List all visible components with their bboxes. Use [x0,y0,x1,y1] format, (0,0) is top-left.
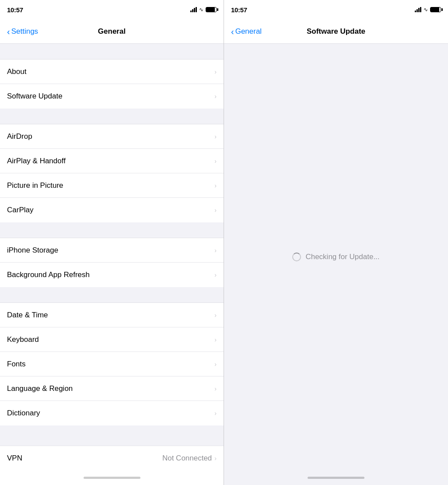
right-status-icons: ∿ [415,7,441,13]
general-back-button[interactable]: ‹ General [231,27,262,36]
vpn-right: Not Connected › [162,454,217,463]
vpn-chevron-icon: › [214,455,217,462]
date-time-label: Date & Time [7,311,48,320]
left-status-bar: 10:57 ∿ [0,0,224,19]
list-item-software-update[interactable]: Software Update › [0,84,224,109]
section-divider-2 [0,109,224,124]
picture-in-picture-label: Picture in Picture [7,181,63,190]
software-update-right: › [214,93,217,100]
back-chevron-icon: ‹ [7,27,10,36]
right-home-bar [308,477,364,479]
list-item-airdrop[interactable]: AirDrop › [0,124,224,149]
list-item-airplay-handoff[interactable]: AirPlay & Handoff › [0,149,224,173]
right-nav-bar: ‹ General Software Update [224,19,448,44]
language-region-chevron-icon: › [214,385,217,392]
list-item-language-region[interactable]: Language & Region › [0,376,224,401]
right-time: 10:57 [231,6,247,14]
fonts-label: Fonts [7,360,26,369]
signal-icon [190,7,197,12]
list-item-carplay[interactable]: CarPlay › [0,198,224,222]
left-nav-title: General [98,27,126,36]
checking-area: Checking for Update... [224,44,448,470]
keyboard-chevron-icon: › [214,336,217,343]
section-divider-top [0,44,224,60]
section-divider-4 [0,287,224,303]
left-home-indicator [0,470,224,485]
fonts-right: › [214,361,217,368]
right-signal-icon [415,7,421,12]
carplay-right: › [214,207,217,214]
bottom-spacer [0,425,224,434]
background-app-refresh-chevron-icon: › [214,271,217,278]
list-item-dictionary[interactable]: Dictionary › [0,401,224,425]
right-back-label: General [235,27,262,36]
left-nav-bar: ‹ Settings General [0,19,224,44]
airdrop-chevron-icon: › [214,133,217,140]
dictionary-chevron-icon: › [214,410,217,417]
spinner-icon [292,253,301,261]
vpn-value: Not Connected [162,454,212,463]
dictionary-right: › [214,410,217,417]
list-section-2: AirDrop › AirPlay & Handoff › Picture in… [0,124,224,222]
airdrop-right: › [214,133,217,140]
left-status-icons: ∿ [190,7,217,13]
airplay-handoff-label: AirPlay & Handoff [7,157,66,165]
list-section-4: Date & Time › Keyboard › Fonts › Languag… [0,303,224,425]
carplay-label: CarPlay [7,206,33,214]
about-chevron-icon: › [214,68,217,75]
airdrop-label: AirDrop [7,132,32,141]
picture-in-picture-chevron-icon: › [214,182,217,189]
keyboard-label: Keyboard [7,335,39,344]
left-home-bar [84,477,140,479]
software-update-chevron-icon: › [214,93,217,100]
list-item-date-time[interactable]: Date & Time › [0,303,224,327]
background-app-refresh-label: Background App Refresh [7,271,90,279]
section-divider-3 [0,222,224,238]
right-wifi-icon: ∿ [424,7,428,13]
list-item-about[interactable]: About › [0,60,224,84]
dictionary-label: Dictionary [7,409,40,418]
list-item-background-app-refresh[interactable]: Background App Refresh › [0,263,224,287]
right-home-indicator [224,470,448,485]
right-battery-icon [430,7,441,12]
about-label: About [7,67,26,76]
list-item-keyboard[interactable]: Keyboard › [0,327,224,352]
iphone-storage-right: › [214,247,217,254]
checking-text: Checking for Update... [305,253,379,261]
carplay-chevron-icon: › [214,207,217,214]
right-nav-title: Software Update [307,27,365,36]
back-label: Settings [11,27,38,36]
battery-icon [206,7,217,12]
vpn-row[interactable]: VPN Not Connected › [0,446,224,470]
iphone-storage-chevron-icon: › [214,247,217,254]
airplay-handoff-chevron-icon: › [214,158,217,165]
list-item-picture-in-picture[interactable]: Picture in Picture › [0,173,224,198]
list-section-3: iPhone Storage › Background App Refresh … [0,238,224,287]
left-panel: 10:57 ∿ ‹ Settings General A [0,0,224,485]
vpn-label: VPN [7,454,22,463]
left-scroll-content: About › Software Update › AirDrop › [0,44,224,446]
settings-back-button[interactable]: ‹ Settings [7,27,38,36]
list-item-iphone-storage[interactable]: iPhone Storage › [0,238,224,263]
picture-in-picture-right: › [214,182,217,189]
date-time-right: › [214,312,217,319]
language-region-label: Language & Region [7,384,73,393]
right-panel: 10:57 ∿ ‹ General Software Update Checki… [224,0,448,485]
right-status-bar: 10:57 ∿ [224,0,448,19]
about-right: › [214,68,217,75]
software-update-label: Software Update [7,92,63,101]
wifi-icon: ∿ [199,7,203,13]
background-app-refresh-right: › [214,271,217,278]
airplay-handoff-right: › [214,158,217,165]
date-time-chevron-icon: › [214,312,217,319]
list-section-1: About › Software Update › [0,60,224,109]
language-region-right: › [214,385,217,392]
fonts-chevron-icon: › [214,361,217,368]
left-time: 10:57 [7,6,23,14]
right-back-chevron-icon: ‹ [231,27,234,36]
list-item-fonts[interactable]: Fonts › [0,352,224,376]
keyboard-right: › [214,336,217,343]
iphone-storage-label: iPhone Storage [7,246,58,255]
